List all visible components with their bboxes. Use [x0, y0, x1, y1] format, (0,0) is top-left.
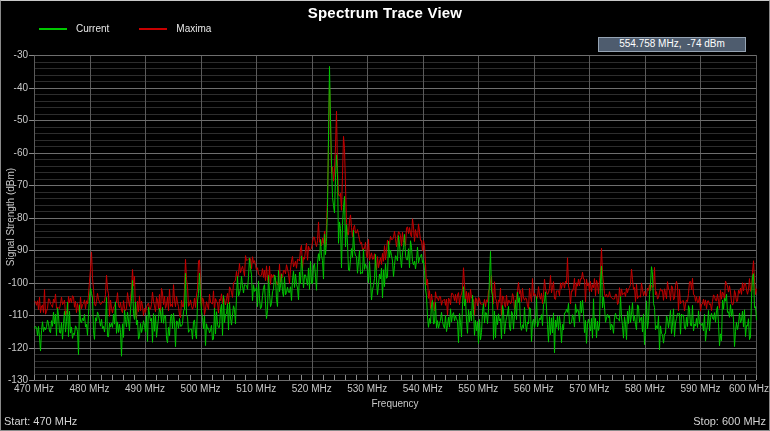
y-tick-label: -120	[1, 342, 28, 353]
x-tick-label: 560 MHz	[514, 383, 554, 394]
spectrum-plot[interactable]	[1, 1, 770, 431]
y-tick-label: -60	[1, 147, 28, 158]
y-tick-label: -30	[1, 49, 28, 60]
x-axis-label: Frequency	[34, 398, 756, 409]
x-axis-tick-labels: 470 MHz480 MHz490 MHz500 MHz510 MHz520 M…	[1, 383, 770, 396]
page-title: Spectrum Trace View	[1, 4, 769, 21]
x-tick-label: 600 MHz	[729, 383, 769, 394]
legend-item-current[interactable]: Current	[39, 23, 109, 34]
x-tick-label: 550 MHz	[458, 383, 498, 394]
frequency-readout: 554.758 MHz, -74 dBm	[598, 37, 746, 52]
x-tick-label: 470 MHz	[14, 383, 54, 394]
x-tick-label: 520 MHz	[292, 383, 332, 394]
x-tick-label: 590 MHz	[680, 383, 720, 394]
start-frequency-label: Start: 470 MHz	[4, 415, 77, 427]
maxima-trace-swatch	[139, 28, 167, 30]
y-tick-label: -110	[1, 309, 28, 320]
x-tick-label: 580 MHz	[625, 383, 665, 394]
y-axis-label: Signal Strength (dBm)	[5, 168, 16, 266]
stop-frequency-label: Stop: 600 MHz	[693, 415, 766, 427]
legend-label-current: Current	[76, 23, 109, 34]
x-tick-label: 570 MHz	[569, 383, 609, 394]
y-tick-label: -40	[1, 82, 28, 93]
current-trace-swatch	[39, 28, 67, 30]
x-tick-label: 500 MHz	[181, 383, 221, 394]
legend-item-maxima[interactable]: Maxima	[139, 23, 211, 34]
trace-legend: Current Maxima	[39, 23, 211, 34]
x-tick-label: 490 MHz	[125, 383, 165, 394]
y-tick-label: -50	[1, 114, 28, 125]
y-tick-label: -100	[1, 277, 28, 288]
x-tick-label: 530 MHz	[347, 383, 387, 394]
x-tick-label: 480 MHz	[70, 383, 110, 394]
x-tick-label: 540 MHz	[403, 383, 443, 394]
legend-label-maxima: Maxima	[176, 23, 211, 34]
x-tick-label: 510 MHz	[236, 383, 276, 394]
spectrum-trace-window: Spectrum Trace View Current Maxima 554.7…	[0, 0, 770, 431]
